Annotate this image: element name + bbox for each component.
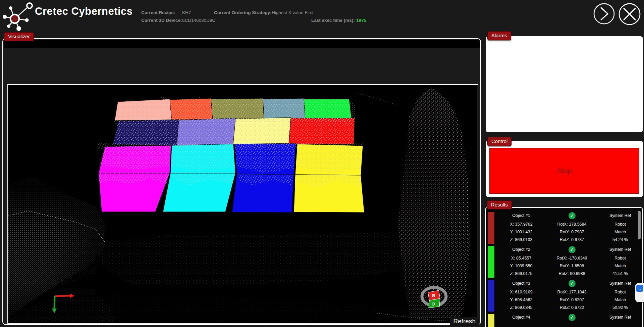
visualizer-panel: 2D 3D <box>2 38 481 325</box>
app-window: Cretec Cybernetics Current Recipe: KH7 C… <box>0 0 644 327</box>
run-next-button[interactable] <box>593 3 615 25</box>
result-roty: RotY: 0.7987 <box>560 230 584 234</box>
result-object-name: Object #3 <box>512 281 530 286</box>
result-rotx: RotX: 178.5684 <box>557 222 587 227</box>
result-match-label: Match <box>614 230 626 234</box>
result-y: Y: 698.4562 <box>510 297 533 302</box>
result-object-row: Object #4 ✓ System Ref <box>486 313 642 327</box>
alarms-list <box>486 36 643 132</box>
result-roty: RotY: 0.8207 <box>560 297 584 302</box>
result-object-name: Object #2 <box>512 247 530 252</box>
result-status: ✓ <box>569 212 576 219</box>
check-icon: ✓ <box>569 314 576 321</box>
result-status: ✓ <box>569 314 576 321</box>
result-rotz: RotZ: 90.6988 <box>558 271 585 276</box>
result-color-bar <box>488 314 494 327</box>
result-status: ✓ <box>569 246 576 253</box>
visualizer-top-strip <box>4 40 480 48</box>
result-color-bar <box>488 280 494 312</box>
result-y: Y: 1039.550 <box>510 264 533 268</box>
result-color-bar <box>488 212 494 244</box>
control-tab: Control <box>487 137 512 146</box>
stop-button[interactable]: Stop <box>489 148 639 194</box>
result-z: Z: 869.0345 <box>510 305 533 310</box>
result-sysref-label: System Ref <box>609 315 631 320</box>
result-y: Y: 1001.432 <box>510 230 533 234</box>
result-x: X: 85.4557 <box>511 256 531 261</box>
check-icon: ✓ <box>569 246 576 253</box>
results-scrollbar[interactable] <box>638 211 641 239</box>
result-x: X: 610.9109 <box>510 290 532 294</box>
result-z: Z: 869.0175 <box>510 271 533 276</box>
check-icon: ✓ <box>569 280 576 287</box>
exec-time-value: 1975 <box>356 18 366 23</box>
result-rotz: RotZ: 0.6737 <box>560 237 584 242</box>
svg-text:C: C <box>432 302 435 307</box>
recipe-value: KH7 <box>182 10 191 15</box>
strategy-label: Current Ordering Strategy: <box>214 10 272 15</box>
control-panel: Stop <box>486 141 643 197</box>
result-x: X: 357.9762 <box>510 222 532 227</box>
visualizer-tab: Visualizer <box>4 32 34 41</box>
chevron-right-icon <box>593 3 615 25</box>
refresh-button[interactable]: Refresh <box>450 317 479 326</box>
result-sysref-label: System Ref <box>609 247 631 252</box>
result-object-row: Object #1 ✓ System Ref X: 357.9762 RotX:… <box>486 211 642 244</box>
svg-text:B: B <box>432 293 435 298</box>
result-sysref-label: System Ref <box>609 213 631 218</box>
result-match-value: 54.24 % <box>612 237 628 242</box>
result-object-row: Object #3 ✓ System Ref X: 610.9109 RotX:… <box>486 279 642 312</box>
result-robot-label: Robot <box>614 256 626 261</box>
device-value: 6CD146030D8C <box>182 18 215 23</box>
device-label: Current 3D Device: <box>141 18 182 23</box>
result-robot-label: Robot <box>614 290 626 294</box>
recipe-label: Current Recipe: <box>141 10 175 15</box>
exec-time-label: Last exec time (ms): <box>311 18 355 23</box>
close-button[interactable] <box>618 3 640 25</box>
result-sysref-label: System Ref <box>609 281 631 286</box>
strategy-value: Highest X value First <box>272 10 314 15</box>
remote-access-side-tab[interactable]: ↔ <box>635 283 644 302</box>
result-object-name: Object #1 <box>512 213 530 218</box>
double-arrow-icon: ↔ <box>636 285 643 292</box>
close-x-icon <box>618 3 641 26</box>
results-list: Object #1 ✓ System Ref X: 357.9762 RotX:… <box>486 211 642 327</box>
result-status: ✓ <box>569 280 576 287</box>
results-tab: Results <box>487 200 512 209</box>
result-match-label: Match <box>614 264 626 268</box>
pointcloud-viewport[interactable]: B C Refresh <box>7 84 478 324</box>
pointcloud-scene: B C <box>8 85 478 323</box>
result-object-row: Object #2 ✓ System Ref X: 85.4557 RotX: … <box>486 245 642 278</box>
result-color-bar <box>488 246 494 278</box>
result-match-value: 50.92 % <box>612 305 628 310</box>
result-match-label: Match <box>614 297 626 302</box>
result-rotz: RotZ: 0.6722 <box>560 305 584 310</box>
check-icon: ✓ <box>569 212 576 219</box>
alarms-tab: Alarms <box>487 31 511 40</box>
company-logo-icon <box>1 1 35 32</box>
result-robot-label: Robot <box>614 222 626 227</box>
header-bar: Cretec Cybernetics Current Recipe: KH7 C… <box>0 0 644 32</box>
result-match-value: 41.51 % <box>612 271 628 276</box>
result-roty: RotY: 1.6508 <box>560 264 584 268</box>
result-object-name: Object #4 <box>512 315 530 320</box>
app-title: Cretec Cybernetics <box>35 5 133 17</box>
result-rotx: RotX: -178.6349 <box>556 256 587 261</box>
result-z: Z: 869.0103 <box>510 237 533 242</box>
results-panel: Object #1 ✓ System Ref X: 357.9762 RotX:… <box>485 207 643 327</box>
result-rotx: RotX: 177.1043 <box>557 290 587 294</box>
